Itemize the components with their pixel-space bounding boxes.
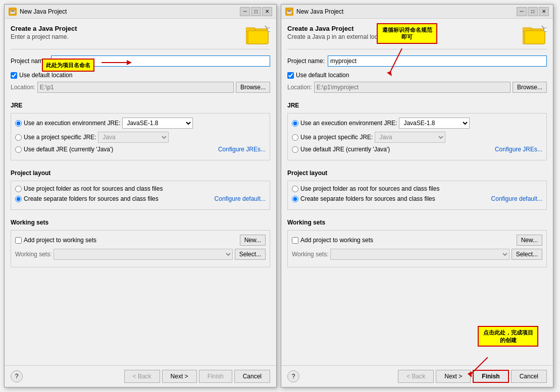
app-icon-left: ☕ <box>9 8 17 16</box>
project-layout-box-left: Use project folder as root for sources a… <box>11 181 270 210</box>
default-location-row-right: Use default location <box>287 72 547 79</box>
jre-option3-label-right: Use default JRE (currently 'Java') <box>300 146 390 153</box>
jre-option1-label-right: Use an execution environment JRE: <box>300 120 397 127</box>
finish-btn-right[interactable]: Finish <box>473 370 508 383</box>
layout-radio1-right[interactable] <box>292 186 298 192</box>
default-location-label-right: Use default location <box>296 72 349 79</box>
layout-option2-label-left: Create separate folders for sources and … <box>24 195 159 202</box>
location-label-right: Location: <box>287 84 312 91</box>
project-name-input-left[interactable] <box>51 55 270 67</box>
title-bar-right: ☕ New Java Project ─ □ ✕ <box>281 5 553 19</box>
working-sets-select-label-left: Working sets: <box>15 251 52 258</box>
location-row-right: Location: Browse... <box>287 82 547 93</box>
jre-option2-row-right: Use a project specific JRE: Java <box>292 132 542 143</box>
minimize-btn-right[interactable]: ─ <box>517 7 527 16</box>
layout-option2-label-right: Create separate folders for sources and … <box>300 195 435 202</box>
folder-icon-right <box>523 25 547 45</box>
working-sets-select-left[interactable] <box>54 249 232 260</box>
svg-point-12 <box>544 28 547 32</box>
jre-radio3-left[interactable] <box>15 146 22 153</box>
jre-radio1-left[interactable] <box>15 120 22 127</box>
default-location-checkbox-left[interactable] <box>11 72 17 79</box>
configure-jres-link-left[interactable]: Configure JREs... <box>218 146 266 153</box>
working-sets-label-right: Working sets <box>287 219 547 226</box>
select-btn-right[interactable]: Select... <box>512 249 542 260</box>
configure-default-link-right[interactable]: Configure default... <box>491 195 542 202</box>
dialog-header-left: Create a Java Project Enter a project na… <box>11 25 270 45</box>
cancel-btn-right[interactable]: Cancel <box>511 370 547 383</box>
window-controls-left: ─ □ ✕ <box>240 7 272 16</box>
location-input-right[interactable] <box>314 82 511 93</box>
maximize-btn-right[interactable]: □ <box>528 7 538 16</box>
layout-radio1-left[interactable] <box>15 186 22 192</box>
layout-option1-row-right: Use project folder as root for sources a… <box>292 185 542 192</box>
minimize-btn-left[interactable]: ─ <box>240 7 250 16</box>
add-working-sets-checkbox-right[interactable] <box>292 237 298 244</box>
working-sets-box-right: Add project to working sets New... Worki… <box>287 230 547 267</box>
default-location-row-left: Use default location <box>11 72 270 79</box>
working-sets-box-left: Add project to working sets New... Worki… <box>11 230 270 267</box>
configure-default-link-left[interactable]: Configure default... <box>215 195 266 202</box>
close-btn-right[interactable]: ✕ <box>539 7 549 16</box>
dialog-subtitle-right: Create a Java p in an external location. <box>287 33 523 40</box>
cancel-btn-left[interactable]: Cancel <box>234 370 270 383</box>
jre-section-box-left: Use an execution environment JRE: JavaSE… <box>11 113 270 160</box>
working-sets-select-right[interactable] <box>330 249 509 260</box>
jre-radio2-right[interactable] <box>292 134 298 141</box>
jre-option1-label-left: Use an execution environment JRE: <box>24 120 120 127</box>
svg-rect-2 <box>248 31 268 44</box>
help-btn-right[interactable]: ? <box>287 370 299 382</box>
dialog-footer-right: ? < Back Next > Finish Cancel <box>281 365 553 387</box>
layout-radio2-right[interactable] <box>292 196 298 202</box>
project-layout-label-left: Project layout <box>11 170 270 177</box>
jre-radio3-right[interactable] <box>292 146 298 153</box>
footer-buttons-right: < Back Next > Finish Cancel <box>398 370 547 383</box>
dialog-title-left: Create a Java Project <box>11 25 77 32</box>
next-btn-left[interactable]: Next > <box>162 370 197 383</box>
location-input-left[interactable] <box>37 82 234 93</box>
next-btn-right[interactable]: Next > <box>436 370 471 383</box>
jre-option2-row-left: Use a project specific JRE: Java <box>15 132 266 143</box>
browse-btn-left[interactable]: Browse... <box>236 82 270 93</box>
folder-icon-left: ↑ <box>246 25 270 45</box>
layout-option2-row-right: Create separate folders for sources and … <box>292 195 542 202</box>
app-icon-right: ☕ <box>285 8 293 16</box>
new-btn-right[interactable]: New... <box>517 235 542 246</box>
layout-radio2-left[interactable] <box>15 196 22 202</box>
jre-option3-row-left: Use default JRE (currently 'Java') Confi… <box>15 146 266 153</box>
footer-buttons-left: < Back Next > Finish Cancel <box>124 370 270 383</box>
jre-select2-right[interactable]: Java <box>375 132 445 143</box>
jre-option1-row-left: Use an execution environment JRE: JavaSE… <box>15 118 266 129</box>
jre-option2-label-left: Use a project specific JRE: <box>24 134 96 141</box>
svg-text:↑: ↑ <box>267 28 269 32</box>
default-location-label-left: Use default location <box>19 72 72 79</box>
project-name-input-right[interactable] <box>328 55 547 67</box>
browse-btn-right[interactable]: Browse... <box>513 82 547 93</box>
back-btn-left[interactable]: < Back <box>124 370 160 383</box>
jre-option3-row-right: Use default JRE (currently 'Java') Confi… <box>292 146 542 153</box>
add-working-sets-row-right: Add project to working sets New... <box>292 235 542 246</box>
jre-select1-left[interactable]: JavaSE-1.8 <box>122 118 193 129</box>
project-name-label-left: Project name: <box>11 58 48 65</box>
jre-section-label-left: JRE <box>11 102 270 109</box>
jre-option2-label-right: Use a project specific JRE: <box>300 134 373 141</box>
project-layout-box-right: Use project folder as root for sources a… <box>287 181 547 210</box>
select-btn-left[interactable]: Select... <box>235 249 266 260</box>
jre-select2-left[interactable]: Java <box>98 132 169 143</box>
help-btn-left[interactable]: ? <box>11 370 23 382</box>
jre-radio1-right[interactable] <box>292 120 298 127</box>
maximize-btn-left[interactable]: □ <box>251 7 261 16</box>
add-working-sets-checkbox-left[interactable] <box>15 237 22 244</box>
close-btn-left[interactable]: ✕ <box>262 7 272 16</box>
title-bar-left: ☕ New Java Project ─ □ ✕ <box>5 5 276 19</box>
back-btn-right[interactable]: < Back <box>398 370 434 383</box>
new-btn-left[interactable]: New... <box>240 235 266 246</box>
svg-rect-10 <box>525 31 545 44</box>
default-location-checkbox-right[interactable] <box>287 72 294 79</box>
working-sets-select-row-left: Working sets: Select... <box>15 249 266 260</box>
working-sets-label-left: Working sets <box>11 219 270 226</box>
configure-jres-link-right[interactable]: Configure JREs... <box>495 146 542 153</box>
finish-btn-left[interactable]: Finish <box>199 370 232 383</box>
jre-radio2-left[interactable] <box>15 134 22 141</box>
jre-select1-right[interactable]: JavaSE-1.8 <box>399 118 470 129</box>
